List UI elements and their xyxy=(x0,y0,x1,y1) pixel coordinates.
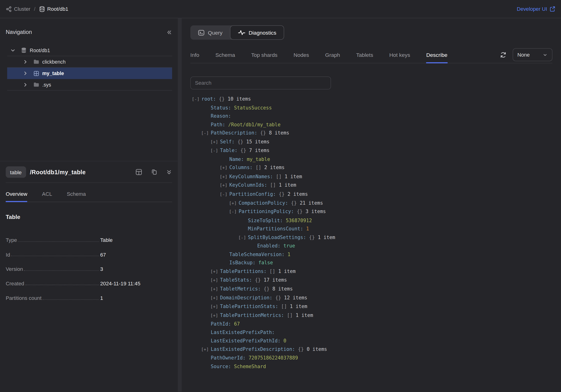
autorefresh-value: None xyxy=(517,52,530,58)
tree-key: Enabled: xyxy=(257,243,283,249)
tree-item-label: clickbench xyxy=(42,59,65,64)
expand-icon[interactable]: [+] xyxy=(210,294,220,302)
chevron-right-icon[interactable] xyxy=(22,59,28,64)
expand-icon[interactable]: [+] xyxy=(210,138,220,146)
tree-item-label: Root/db1 xyxy=(30,47,50,53)
expand-icon[interactable]: [+] xyxy=(220,181,229,190)
tree-value-braces: {} xyxy=(237,139,246,144)
tree-key: Reason: xyxy=(211,113,234,119)
tree-value-count: 8 items xyxy=(269,130,289,135)
tab-tablets[interactable]: Tablets xyxy=(356,47,373,63)
chevron-right-icon[interactable] xyxy=(22,82,28,87)
chevron-down-icon[interactable] xyxy=(10,47,16,53)
collapse-icon[interactable]: [-] xyxy=(192,95,201,104)
sidebar-item-clickbench[interactable]: clickbench xyxy=(7,56,172,68)
autorefresh-select[interactable]: None xyxy=(513,48,553,61)
tree-key: PathDescription: xyxy=(211,130,260,135)
collapse-icon[interactable]: [-] xyxy=(201,129,211,138)
tree-value-count: 1 item xyxy=(279,182,296,188)
tree-key: Self: xyxy=(220,139,238,144)
collapse-icon[interactable]: [-] xyxy=(210,147,220,155)
tree-line-lastexistedprefixpath: LastExistedPrefixPath: xyxy=(192,328,553,337)
tab-describe[interactable]: Describe xyxy=(426,47,448,63)
tab-nodes[interactable]: Nodes xyxy=(294,47,309,63)
main-content: QueryDiagnostics InfoSchemaTop shardsNod… xyxy=(182,18,561,392)
search-input[interactable] xyxy=(191,80,331,86)
sidebar-item--sys[interactable]: .sys xyxy=(7,79,172,91)
tree-key: TabletMetrics: xyxy=(220,286,264,291)
tree-item-label: my_table xyxy=(42,70,64,76)
expand-icon[interactable]: [+] xyxy=(220,164,229,172)
tab-overview[interactable]: Overview xyxy=(6,187,27,202)
tree-line-columns: [+]Columns: [] 2 items xyxy=(192,163,553,172)
collapse-icon[interactable]: [-] xyxy=(229,208,239,216)
tab-hot-keys[interactable]: Hot keys xyxy=(389,47,410,63)
tree-value-braces: {} xyxy=(260,130,269,135)
tree-value: SchemeShard xyxy=(234,363,266,369)
tab-schema[interactable]: Schema xyxy=(67,187,86,202)
tab-graph[interactable]: Graph xyxy=(325,47,340,63)
expand-icon[interactable]: [+] xyxy=(220,173,229,181)
tree-key: MinPartitionsCount: xyxy=(248,226,306,231)
tree-key: KeyColumnNames: xyxy=(229,174,276,179)
developer-ui-link[interactable]: Developer UI xyxy=(517,6,555,12)
tree-value-braces: [] xyxy=(256,165,264,170)
table-preview-icon[interactable] xyxy=(135,168,142,176)
tree-value-count: 12 items xyxy=(284,295,307,300)
breadcrumb-cluster[interactable]: Cluster xyxy=(6,6,30,12)
mode-tab-diagnostics[interactable]: Diagnostics xyxy=(230,25,284,40)
entity-type-badge: table xyxy=(6,166,26,178)
tree-value-count: 1 item xyxy=(278,268,296,274)
expand-icon[interactable]: [+] xyxy=(201,345,211,354)
tree-line-lastexistedprefixdescription: [+]LastExistedPrefixDescription: {} 0 it… xyxy=(192,345,553,354)
expand-icon[interactable]: [+] xyxy=(210,276,220,285)
folder-icon xyxy=(33,59,39,65)
tree-line-compactionpolicy: [+]CompactionPolicy: {} 21 items xyxy=(192,199,553,208)
panel-splitter[interactable] xyxy=(178,18,182,392)
refresh-icon[interactable] xyxy=(499,51,507,58)
collapse-icon[interactable]: [-] xyxy=(220,191,229,199)
tree-line-isbackup: IsBackup: false xyxy=(192,259,553,267)
sidebar-item-my-table[interactable]: my_table xyxy=(7,68,172,79)
tab-info[interactable]: Info xyxy=(190,47,199,63)
tree-value-braces: {} xyxy=(297,209,305,214)
breadcrumb-database-label: Root/db1 xyxy=(47,6,68,12)
copy-icon[interactable] xyxy=(151,169,157,175)
double-chevron-left-icon[interactable] xyxy=(166,29,172,35)
tab-acl[interactable]: ACL xyxy=(42,187,52,202)
tree-value-braces: [] xyxy=(276,174,284,179)
sidebar-item-root-db1[interactable]: Root/db1 xyxy=(7,45,172,56)
double-chevron-down-icon[interactable] xyxy=(166,169,172,175)
tree-line-splitbyloadsettings: [-]SplitByLoadSettings: {} 1 item xyxy=(192,233,553,242)
collapse-icon[interactable]: [-] xyxy=(238,233,248,242)
entity-panel: table /Root/db1/my_table OverviewACLSche… xyxy=(0,161,178,301)
expand-icon[interactable]: [+] xyxy=(210,312,220,320)
mode-tab-query[interactable]: Query xyxy=(190,25,230,40)
breadcrumb-database[interactable]: Root/db1 xyxy=(39,6,68,12)
field-label: Partitions count xyxy=(6,295,41,301)
tree-line-lastexistedprefixpathid: LastExistedPrefixPathId: 0 xyxy=(192,337,553,345)
folder-icon xyxy=(33,82,39,88)
tree-key: TableStats: xyxy=(220,277,255,283)
entity-actions xyxy=(135,168,172,176)
expand-icon[interactable]: [+] xyxy=(210,285,220,294)
info-field-partitions-count: Partitions count1 xyxy=(6,287,167,301)
tree-line-root: [-]root: {} 10 items xyxy=(192,95,553,104)
tree-value: true xyxy=(283,243,295,249)
expand-icon[interactable]: [+] xyxy=(229,199,239,207)
tab-top-shards[interactable]: Top shards xyxy=(251,47,278,63)
expand-icon[interactable]: [+] xyxy=(210,268,220,276)
pulse-icon xyxy=(238,29,245,36)
tab-schema[interactable]: Schema xyxy=(216,47,235,63)
chevron-right-icon[interactable] xyxy=(22,70,28,76)
tree-value-count: 21 items xyxy=(300,200,323,205)
cluster-icon xyxy=(6,6,12,12)
expand-icon[interactable]: [+] xyxy=(210,303,220,311)
field-label: Type xyxy=(6,237,17,244)
info-field-type: TypeTable xyxy=(6,229,167,244)
tree-line-name: Name: my_table xyxy=(192,155,553,163)
entity-fields: TypeTableId67Version3Created2024-11-19 1… xyxy=(6,229,172,301)
chevron-down-icon xyxy=(542,52,548,58)
navigation-panel: Navigation Root/db1clickbenchmy_table.sy… xyxy=(0,18,178,392)
mode-toggle: QueryDiagnostics xyxy=(190,25,284,40)
